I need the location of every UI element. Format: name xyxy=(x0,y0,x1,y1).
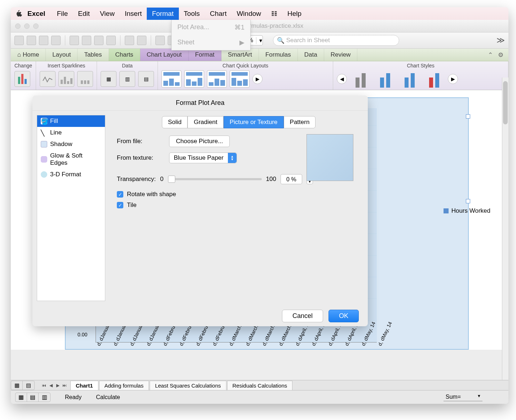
change-chart-type-icon[interactable] xyxy=(14,71,30,87)
ribbon-tab-review[interactable]: Review xyxy=(324,49,358,61)
menu-script-icon[interactable]: 𝌮 xyxy=(266,7,282,20)
gear-icon[interactable]: ⚙ xyxy=(498,51,503,58)
tile-checkbox-row[interactable]: ✓ Tile xyxy=(117,202,361,209)
ok-button[interactable]: OK xyxy=(328,310,359,322)
scrollbar-thumb[interactable] xyxy=(503,81,508,124)
autosum-icon[interactable] xyxy=(155,36,165,45)
dropdown-accel: ⌘1 xyxy=(234,23,244,31)
ribbon-tab-format[interactable]: Format xyxy=(189,49,221,61)
transparency-slider[interactable] xyxy=(168,178,262,180)
menu-file[interactable]: File xyxy=(52,8,73,20)
view-normal-icon[interactable]: ▦ xyxy=(16,393,27,402)
sidebar-label: Glow & Soft Edges xyxy=(50,152,101,167)
search-placeholder: Search in Sheet xyxy=(286,37,330,44)
open-icon[interactable] xyxy=(27,36,36,45)
resize-handle[interactable] xyxy=(466,199,470,203)
chart-style-1[interactable] xyxy=(350,70,371,88)
cut-icon[interactable] xyxy=(70,36,79,45)
chart-style-prev-icon[interactable]: ◀ xyxy=(337,74,347,84)
copy-icon[interactable] xyxy=(82,36,91,45)
prev-sheet-icon[interactable]: ◀ xyxy=(48,383,54,388)
normal-view-icon[interactable]: ▦ xyxy=(11,381,23,390)
search-input[interactable]: 🔍 Search in Sheet xyxy=(273,35,399,46)
sheet-tab-adding-formulas[interactable]: Adding formulas xyxy=(99,381,149,390)
ribbon-tab-home[interactable]: Home xyxy=(11,49,46,61)
x-label: d, dMarch, 14 xyxy=(228,344,233,347)
menu-chart[interactable]: Chart xyxy=(205,8,231,20)
ribbon-tab-layout[interactable]: Layout xyxy=(46,49,78,61)
quick-layout-1[interactable] xyxy=(162,70,181,88)
ribbon-tab-formulas[interactable]: Formulas xyxy=(259,49,298,61)
ribbon-tab-tables[interactable]: Tables xyxy=(78,49,109,61)
slider-thumb[interactable] xyxy=(168,176,175,183)
seg-pattern[interactable]: Pattern xyxy=(284,116,316,128)
minimize-window-button[interactable] xyxy=(24,23,30,29)
status-sum[interactable]: Sum= xyxy=(444,393,482,401)
chart-style-3[interactable] xyxy=(399,70,420,88)
menu-help[interactable]: Help xyxy=(282,8,306,20)
ribbon-tab-charts[interactable]: Charts xyxy=(109,49,140,61)
close-window-button[interactable] xyxy=(15,23,21,29)
quick-layout-2[interactable] xyxy=(184,70,204,88)
rotate-checkbox-row[interactable]: ✓ Rotate with shape xyxy=(117,191,361,198)
view-page-icon[interactable]: ▤ xyxy=(27,393,39,402)
print-icon[interactable] xyxy=(51,36,61,45)
sparkline-column-icon[interactable] xyxy=(58,71,74,87)
sidebar-item-fill[interactable]: 🪣Fill xyxy=(37,115,105,127)
cancel-button[interactable]: Cancel xyxy=(282,310,323,322)
redo-icon[interactable] xyxy=(137,36,146,45)
vertical-scrollbar[interactable] xyxy=(502,78,508,380)
sidebar-item-3d[interactable]: 3-D Format xyxy=(37,169,105,180)
quick-layout-next-icon[interactable]: ▶ xyxy=(252,74,263,84)
collapse-ribbon-icon[interactable]: ⌃ xyxy=(488,51,493,58)
ribbon-tab-chart-layout[interactable]: Chart Layout xyxy=(140,49,189,61)
undo-icon[interactable] xyxy=(125,36,134,45)
new-icon[interactable] xyxy=(14,36,24,45)
data-table-icon[interactable]: ▤ xyxy=(138,71,154,87)
chart-style-4[interactable] xyxy=(423,70,445,88)
seg-solid[interactable]: Solid xyxy=(162,116,188,128)
menu-format[interactable]: Format xyxy=(147,8,178,20)
traffic-lights xyxy=(15,23,39,29)
menu-edit[interactable]: Edit xyxy=(73,8,95,20)
select-data-icon[interactable]: ▦ xyxy=(101,71,116,87)
quick-layout-3[interactable] xyxy=(207,70,227,88)
quick-layout-4[interactable] xyxy=(230,70,250,88)
sheet-tab-least-squares[interactable]: Least Squares Calculations xyxy=(150,381,226,390)
format-painter-icon[interactable] xyxy=(106,36,116,45)
chart-legend[interactable]: Hours Worked xyxy=(444,207,490,215)
seg-picture-texture[interactable]: Picture or Texture xyxy=(224,116,284,128)
texture-select[interactable]: Blue Tissue Paper ▲▼ xyxy=(169,152,237,163)
resize-handle[interactable] xyxy=(466,114,470,119)
first-sheet-icon[interactable]: ⏮ xyxy=(41,383,47,388)
dropdown-sheet[interactable]: Sheet ▶ xyxy=(172,35,250,50)
chart-style-next-icon[interactable]: ▶ xyxy=(448,74,458,84)
view-break-icon[interactable]: ▥ xyxy=(39,393,50,402)
transparency-field[interactable]: 0 % xyxy=(281,174,302,184)
menu-tools[interactable]: Tools xyxy=(179,8,205,20)
sidebar-item-shadow[interactable]: Shadow xyxy=(37,138,105,150)
menu-insert[interactable]: Insert xyxy=(120,8,147,20)
choose-picture-button[interactable]: Choose Picture... xyxy=(169,136,230,147)
ribbon-tab-smartart[interactable]: SmartArt xyxy=(221,49,259,61)
save-icon[interactable] xyxy=(39,36,48,45)
zoom-window-button[interactable] xyxy=(33,23,39,29)
seg-gradient[interactable]: Gradient xyxy=(188,116,223,128)
sheet-tab-chart1[interactable]: Chart1 xyxy=(70,381,98,390)
overflow-icon[interactable]: ≫ xyxy=(497,36,505,45)
sidebar-item-glow[interactable]: Glow & Soft Edges xyxy=(37,150,105,169)
sparkline-winloss-icon[interactable] xyxy=(77,71,93,87)
chart-style-2[interactable] xyxy=(374,70,396,88)
paste-icon[interactable] xyxy=(94,36,103,45)
last-sheet-icon[interactable]: ⏭ xyxy=(62,383,67,388)
sheet-tab-residuals[interactable]: Residuals Calculations xyxy=(227,381,293,390)
sidebar-item-line[interactable]: ╲Line xyxy=(37,127,105,138)
next-sheet-icon[interactable]: ▶ xyxy=(55,383,61,388)
switch-row-col-icon[interactable]: ▥ xyxy=(119,71,135,87)
dropdown-plot-area[interactable]: Plot Area... ⌘1 xyxy=(172,20,250,35)
page-layout-view-icon[interactable]: ▤ xyxy=(23,381,34,390)
menu-window[interactable]: Window xyxy=(231,8,266,20)
sparkline-line-icon[interactable] xyxy=(40,71,56,87)
menu-view[interactable]: View xyxy=(95,8,120,20)
ribbon-tab-data[interactable]: Data xyxy=(298,49,324,61)
